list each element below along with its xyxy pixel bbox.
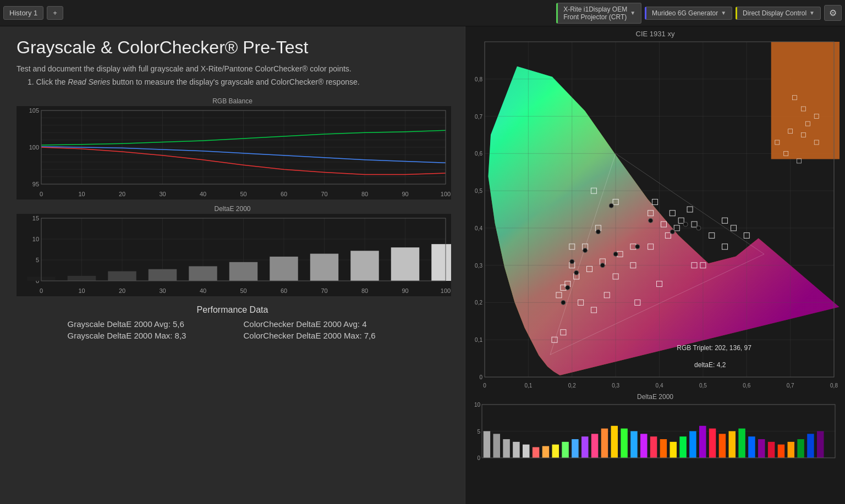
bottom-deltae-area: DeltaE 2000 <box>465 391 845 504</box>
page-instruction: 1. Click the Read Series button to measu… <box>28 77 448 86</box>
grayscale-avg-value: 5,6 <box>173 319 184 329</box>
deltae-chart-container: DeltaE 2000 <box>17 205 448 296</box>
main-content: Grayscale & ColorChecker® Pre-Test Test … <box>0 26 845 504</box>
history-tab[interactable]: History 1 <box>3 6 43 20</box>
device1-chevron-icon: ▼ <box>630 10 635 16</box>
grayscale-avg: Grayscale DeltaE 2000 Avg: 5,6 <box>68 319 222 329</box>
device3-chevron-icon: ▼ <box>809 10 815 16</box>
rgb-balance-chart-container: RGB Balance <box>17 97 448 200</box>
device3-button[interactable]: Direct Display Control ▼ <box>736 7 821 20</box>
page-title: Grayscale & ColorChecker® Pre-Test <box>17 37 448 58</box>
device2-button[interactable]: Murideo 6G Generator ▼ <box>645 7 732 20</box>
device2-label: Murideo 6G Generator <box>652 9 718 17</box>
performance-data: Performance Data Grayscale DeltaE 2000 A… <box>17 305 448 340</box>
grayscale-max-value: 8,3 <box>175 331 186 340</box>
device3-label: Direct Display Control <box>743 9 806 17</box>
deltae-canvas <box>17 214 451 296</box>
colorchecker-avg: ColorChecker DeltaE 2000 Avg: 4 <box>244 319 398 329</box>
rgb-balance-title: RGB Balance <box>17 97 448 105</box>
colorchecker-avg-label: ColorChecker DeltaE 2000 Avg: <box>244 319 360 329</box>
gear-icon: ⚙ <box>829 8 837 18</box>
grayscale-max: Grayscale DeltaE 2000 Max: 8,3 <box>68 331 222 340</box>
colorchecker-avg-value: 4 <box>362 319 366 329</box>
cie-canvas <box>465 39 839 391</box>
colorchecker-max-value: 7,6 <box>364 331 376 340</box>
device1-label: X-Rite i1Display OEMFront Projector (CRT… <box>563 5 627 21</box>
add-tab-button[interactable]: + <box>47 6 63 20</box>
perf-grid: Grayscale DeltaE 2000 Avg: 5,6 ColorChec… <box>68 319 398 340</box>
colorchecker-max-label: ColorChecker DeltaE 2000 Max: <box>244 331 362 340</box>
plus-icon: + <box>53 9 57 17</box>
settings-button[interactable]: ⚙ <box>824 5 842 21</box>
topbar: History 1 + X-Rite i1Display OEMFront Pr… <box>0 0 845 26</box>
cie-chart-area: CIE 1931 xy <box>465 26 845 391</box>
right-panel: CIE 1931 xy DeltaE 2000 <box>465 26 845 504</box>
left-panel: Grayscale & ColorChecker® Pre-Test Test … <box>0 26 465 504</box>
grayscale-max-label: Grayscale DeltaE 2000 Max: <box>68 331 173 340</box>
read-series-italic: Read Series <box>68 77 110 86</box>
bottom-deltae-title: DeltaE 2000 <box>465 391 845 402</box>
perf-title: Performance Data <box>17 305 448 315</box>
colorchecker-max: ColorChecker DeltaE 2000 Max: 7,6 <box>244 331 398 340</box>
deltae-title: DeltaE 2000 <box>17 205 448 213</box>
history-tab-label: History 1 <box>9 9 37 17</box>
grayscale-avg-label: Grayscale DeltaE 2000 Avg: <box>68 319 171 329</box>
cie-title: CIE 1931 xy <box>465 26 845 39</box>
bottom-deltae-canvas <box>465 402 839 468</box>
rgb-balance-canvas <box>17 106 451 200</box>
device1-button[interactable]: X-Rite i1Display OEMFront Projector (CRT… <box>556 3 641 24</box>
page-description: Test and document the display with full … <box>17 64 448 73</box>
device2-chevron-icon: ▼ <box>721 10 726 16</box>
